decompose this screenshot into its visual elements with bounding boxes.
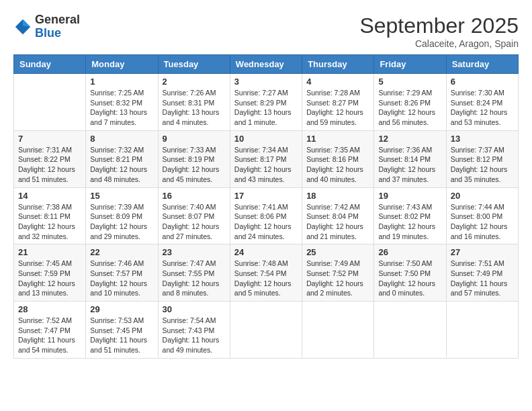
calendar-cell: 9Sunrise: 7:33 AMSunset: 8:19 PMDaylight… [158,130,230,187]
day-number: 30 [163,304,226,314]
day-number: 4 [306,77,369,87]
calendar-table: SundayMondayTuesdayWednesdayThursdayFrid… [13,54,519,359]
calendar-cell: 1Sunrise: 7:25 AMSunset: 8:32 PMDaylight… [86,74,158,131]
day-number: 17 [234,191,298,201]
calendar-cell: 18Sunrise: 7:42 AMSunset: 8:04 PMDayligh… [302,187,374,244]
calendar-cell: 16Sunrise: 7:40 AMSunset: 8:07 PMDayligh… [158,187,230,244]
month-year: September 2025 [359,13,519,38]
day-info: Sunrise: 7:37 AMSunset: 8:12 PMDaylight:… [451,145,514,185]
title-section: September 2025 Calaceite, Aragon, Spain [359,13,519,49]
day-info: Sunrise: 7:26 AMSunset: 8:31 PMDaylight:… [163,88,226,128]
calendar-cell: 4Sunrise: 7:28 AMSunset: 8:27 PMDaylight… [302,74,374,131]
day-number: 22 [90,247,153,257]
day-info: Sunrise: 7:32 AMSunset: 8:21 PMDaylight:… [90,145,153,185]
day-info: Sunrise: 7:41 AMSunset: 8:06 PMDaylight:… [234,202,298,242]
day-number: 23 [163,247,226,257]
day-number: 2 [163,77,226,87]
calendar-cell: 20Sunrise: 7:44 AMSunset: 8:00 PMDayligh… [446,187,518,244]
logo-text: General Blue [35,13,80,40]
day-number: 28 [18,304,81,314]
calendar-cell: 24Sunrise: 7:48 AMSunset: 7:54 PMDayligh… [230,244,302,302]
day-info: Sunrise: 7:40 AMSunset: 8:07 PMDaylight:… [163,202,226,242]
day-number: 15 [90,191,153,201]
calendar-cell: 23Sunrise: 7:47 AMSunset: 7:55 PMDayligh… [158,244,230,302]
day-header-thursday: Thursday [302,55,374,74]
day-number: 18 [306,191,369,201]
calendar-cell: 29Sunrise: 7:53 AMSunset: 7:45 PMDayligh… [86,302,158,359]
day-number: 27 [451,247,514,257]
calendar-cell: 22Sunrise: 7:46 AMSunset: 7:57 PMDayligh… [86,244,158,302]
calendar-cell: 8Sunrise: 7:32 AMSunset: 8:21 PMDaylight… [86,130,158,187]
day-number: 13 [451,134,514,144]
calendar-cell: 27Sunrise: 7:51 AMSunset: 7:49 PMDayligh… [446,244,518,302]
day-header-wednesday: Wednesday [230,55,302,74]
calendar-cell [14,74,86,131]
day-number: 21 [18,247,81,257]
day-info: Sunrise: 7:33 AMSunset: 8:19 PMDaylight:… [163,145,226,185]
day-info: Sunrise: 7:54 AMSunset: 7:43 PMDaylight:… [163,316,226,355]
calendar-week-3: 14Sunrise: 7:38 AMSunset: 8:11 PMDayligh… [14,187,519,244]
day-info: Sunrise: 7:44 AMSunset: 8:00 PMDaylight:… [451,202,514,242]
day-info: Sunrise: 7:34 AMSunset: 8:17 PMDaylight:… [234,145,298,185]
calendar-cell: 14Sunrise: 7:38 AMSunset: 8:11 PMDayligh… [14,187,86,244]
day-number: 8 [90,134,153,144]
day-number: 16 [163,191,226,201]
day-header-saturday: Saturday [446,55,518,74]
calendar-cell: 10Sunrise: 7:34 AMSunset: 8:17 PMDayligh… [230,130,302,187]
day-info: Sunrise: 7:36 AMSunset: 8:14 PMDaylight:… [378,145,441,185]
calendar-cell: 11Sunrise: 7:35 AMSunset: 8:16 PMDayligh… [302,130,374,187]
logo-icon [13,17,32,36]
calendar-week-4: 21Sunrise: 7:45 AMSunset: 7:59 PMDayligh… [14,244,519,302]
day-number: 20 [451,191,514,201]
calendar-cell: 5Sunrise: 7:29 AMSunset: 8:26 PMDaylight… [374,74,446,131]
calendar-cell: 13Sunrise: 7:37 AMSunset: 8:12 PMDayligh… [446,130,518,187]
day-info: Sunrise: 7:47 AMSunset: 7:55 PMDaylight:… [163,259,226,298]
day-info: Sunrise: 7:29 AMSunset: 8:26 PMDaylight:… [378,88,441,128]
day-number: 12 [378,134,441,144]
calendar-cell: 30Sunrise: 7:54 AMSunset: 7:43 PMDayligh… [158,302,230,359]
calendar-cell: 25Sunrise: 7:49 AMSunset: 7:52 PMDayligh… [302,244,374,302]
calendar-cell: 6Sunrise: 7:30 AMSunset: 8:24 PMDaylight… [446,74,518,131]
day-info: Sunrise: 7:50 AMSunset: 7:50 PMDaylight:… [378,259,441,298]
day-header-monday: Monday [86,55,158,74]
day-info: Sunrise: 7:39 AMSunset: 8:09 PMDaylight:… [90,202,153,242]
day-number: 6 [451,77,514,87]
day-number: 10 [234,134,298,144]
day-number: 26 [378,247,441,257]
calendar-cell: 12Sunrise: 7:36 AMSunset: 8:14 PMDayligh… [374,130,446,187]
calendar-cell: 26Sunrise: 7:50 AMSunset: 7:50 PMDayligh… [374,244,446,302]
day-info: Sunrise: 7:46 AMSunset: 7:57 PMDaylight:… [90,259,153,298]
calendar-cell: 3Sunrise: 7:27 AMSunset: 8:29 PMDaylight… [230,74,302,131]
day-number: 1 [90,77,153,87]
day-info: Sunrise: 7:30 AMSunset: 8:24 PMDaylight:… [451,88,514,128]
calendar-cell: 19Sunrise: 7:43 AMSunset: 8:02 PMDayligh… [374,187,446,244]
calendar-cell [230,302,302,359]
day-number: 7 [18,134,81,144]
calendar-cell [374,302,446,359]
day-info: Sunrise: 7:49 AMSunset: 7:52 PMDaylight:… [306,259,369,298]
day-header-sunday: Sunday [14,55,86,74]
day-header-tuesday: Tuesday [158,55,230,74]
day-number: 11 [306,134,369,144]
day-number: 14 [18,191,81,201]
calendar-week-2: 7Sunrise: 7:31 AMSunset: 8:22 PMDaylight… [14,130,519,187]
calendar-cell [446,302,518,359]
calendar-week-1: 1Sunrise: 7:25 AMSunset: 8:32 PMDaylight… [14,74,519,131]
day-info: Sunrise: 7:28 AMSunset: 8:27 PMDaylight:… [306,88,369,128]
day-info: Sunrise: 7:48 AMSunset: 7:54 PMDaylight:… [234,259,298,298]
day-info: Sunrise: 7:42 AMSunset: 8:04 PMDaylight:… [306,202,369,242]
logo: General Blue [13,13,80,40]
day-info: Sunrise: 7:51 AMSunset: 7:49 PMDaylight:… [451,259,514,298]
calendar-cell: 2Sunrise: 7:26 AMSunset: 8:31 PMDaylight… [158,74,230,131]
calendar-cell: 7Sunrise: 7:31 AMSunset: 8:22 PMDaylight… [14,130,86,187]
day-number: 24 [234,247,298,257]
day-number: 3 [234,77,298,87]
day-number: 9 [163,134,226,144]
calendar-week-5: 28Sunrise: 7:52 AMSunset: 7:47 PMDayligh… [14,302,519,359]
day-info: Sunrise: 7:31 AMSunset: 8:22 PMDaylight:… [18,145,81,185]
location: Calaceite, Aragon, Spain [359,38,519,49]
svg-marker-1 [23,19,30,27]
calendar-cell: 21Sunrise: 7:45 AMSunset: 7:59 PMDayligh… [14,244,86,302]
day-info: Sunrise: 7:38 AMSunset: 8:11 PMDaylight:… [18,202,81,242]
day-info: Sunrise: 7:27 AMSunset: 8:29 PMDaylight:… [234,88,298,128]
